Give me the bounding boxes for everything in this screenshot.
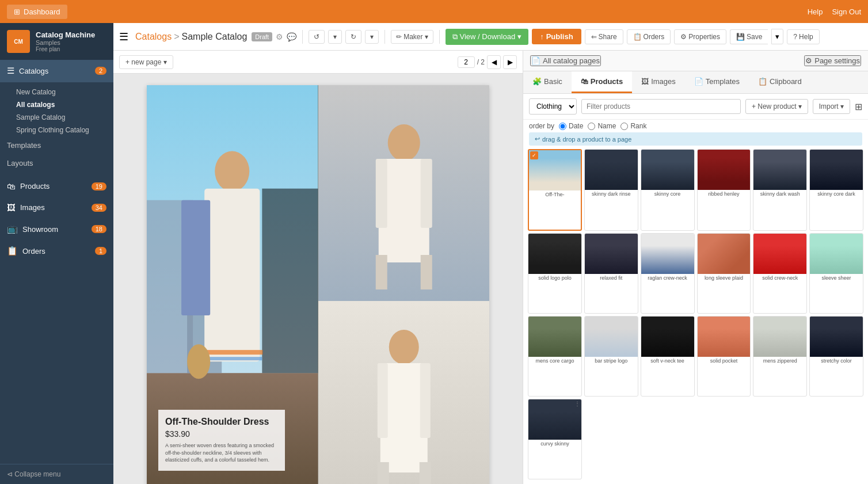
help-link[interactable]: Help xyxy=(808,7,823,16)
collapse-menu[interactable]: ⊲ Collapse menu xyxy=(0,464,113,484)
hamburger-icon[interactable]: ☰ xyxy=(119,31,128,43)
grid-view-button[interactable]: ⊞ xyxy=(855,101,862,112)
new-page-button[interactable]: + new page ▾ xyxy=(119,55,173,69)
sample-catalog-item[interactable]: Sample Catalog xyxy=(0,111,113,124)
import-button[interactable]: Import ▾ xyxy=(813,99,850,114)
page-prev-button[interactable]: ◀ xyxy=(487,55,501,69)
svg-rect-6 xyxy=(204,189,260,362)
product-item-p13[interactable]: mens core cargo xyxy=(528,316,582,397)
breadcrumb-catalogs-link[interactable]: Catalogs xyxy=(135,32,172,42)
sidebar-item-catalogs[interactable]: ☰ Catalogs 2 xyxy=(0,60,113,82)
signout-link[interactable]: Sign Out xyxy=(832,7,861,16)
page-number-input[interactable] xyxy=(458,56,475,68)
product-item-p8[interactable]: relaxed fit xyxy=(584,233,638,314)
product-item-p7[interactable]: solid logo polo xyxy=(528,233,582,314)
product-item-p6[interactable]: skinny core dark xyxy=(809,149,863,231)
chat-icon[interactable]: 💬 xyxy=(287,32,296,41)
all-pages-label: All catalog pages xyxy=(543,56,600,65)
product-thumb-p11 xyxy=(753,234,806,274)
svg-rect-15 xyxy=(420,159,432,228)
publish-button[interactable]: ↑ Publish xyxy=(532,29,581,44)
product-item-p11[interactable]: solid crew-neck xyxy=(753,233,807,314)
product-item-p14[interactable]: bar stripe logo xyxy=(584,316,638,397)
product-item-p4[interactable]: ribbed henley xyxy=(697,149,751,231)
undo-button[interactable]: ↺ xyxy=(309,30,325,44)
product-item-p3[interactable]: skinny core xyxy=(641,149,695,231)
view-download-button[interactable]: ⧉ View / Download ▾ xyxy=(446,29,529,45)
product-item-p2[interactable]: skinny dark rinse xyxy=(584,149,638,231)
page-left-column: Off-The-Shoulder Dress $33.90 A semi-she… xyxy=(147,85,318,484)
main-layout: CM Catalog Machine Samples Free plan ☰ C… xyxy=(0,23,868,484)
redo-button[interactable]: ↻ xyxy=(345,30,361,44)
save-dropdown-button[interactable]: ▾ xyxy=(771,29,783,44)
page-settings-button[interactable]: ⚙ Page settings xyxy=(804,55,861,66)
product-thumb-p10 xyxy=(698,234,751,274)
all-catalog-pages-button[interactable]: 📄 All catalog pages xyxy=(530,55,601,66)
new-catalog-item[interactable]: New Catalog xyxy=(0,86,113,98)
toolbar-sep-3 xyxy=(439,30,440,44)
product-label-p6: skinny core dark xyxy=(810,190,863,198)
tab-images[interactable]: 🖼 Images xyxy=(632,71,685,93)
order-rank-option[interactable]: Rank xyxy=(620,122,646,130)
product-item-p16[interactable]: solid pocket xyxy=(697,316,751,397)
catalogs-icon: ☰ xyxy=(7,66,14,76)
spring-catalog-item[interactable]: Spring Clothing Catalog xyxy=(0,124,113,136)
page-next-button[interactable]: ▶ xyxy=(503,55,517,69)
sidebar-item-products[interactable]: 🛍 Products 19 xyxy=(0,176,113,197)
product-item-p1[interactable]: ✓Off-The- xyxy=(528,149,582,231)
category-select[interactable]: Clothing xyxy=(529,98,577,115)
pages-icon: 📄 xyxy=(531,56,540,65)
order-row: order by Date Name Rank xyxy=(523,120,868,132)
view-download-label: View / Download xyxy=(460,32,516,41)
product-item-p18[interactable]: stretchy color xyxy=(809,316,863,397)
order-name-option[interactable]: Name xyxy=(588,122,616,130)
undo-dropdown[interactable]: ▾ xyxy=(328,30,342,44)
share-button[interactable]: ⇐ Share xyxy=(585,29,623,44)
tab-basic[interactable]: 🧩 Basic xyxy=(523,71,572,93)
tab-templates[interactable]: 📄 Templates xyxy=(685,71,749,93)
order-date-radio[interactable] xyxy=(559,123,566,130)
canvas-toolbar: + new page ▾ / 2 ◀ ▶ xyxy=(113,51,523,74)
order-rank-label: Rank xyxy=(630,122,646,130)
page-settings-label: Page settings xyxy=(814,56,860,65)
orders-toolbar-button[interactable]: 📋 Orders xyxy=(627,29,671,44)
product-item-p17[interactable]: mens zippered xyxy=(753,316,807,397)
product-item-p15[interactable]: soft v-neck tee xyxy=(641,316,695,397)
order-date-option[interactable]: Date xyxy=(559,122,583,130)
product-item-p19[interactable]: ⋮curvy skinny xyxy=(528,399,582,479)
sidebar-templates-link[interactable]: Templates xyxy=(0,136,113,154)
svg-rect-17 xyxy=(420,255,432,289)
redo-dropdown[interactable]: ▾ xyxy=(365,30,379,44)
maker-button[interactable]: ✏ Maker ▾ xyxy=(391,30,433,44)
product-item-p5[interactable]: skinny dark wash xyxy=(753,149,807,231)
dashboard-button[interactable]: ⊞ Dashboard xyxy=(7,5,67,19)
maker-label: Maker xyxy=(403,33,422,41)
sidebar-item-showroom[interactable]: 📺 Showroom 18 xyxy=(0,218,113,240)
all-catalogs-item[interactable]: All catalogs xyxy=(0,98,113,111)
save-button[interactable]: 💾 Save xyxy=(730,29,768,44)
products-icon: 🛍 xyxy=(7,181,16,191)
second-bar: ☰ Catalogs > Sample Catalog Draft ⚙ 💬 ↺ … xyxy=(113,23,868,51)
tab-clipboard[interactable]: 📋 Clipboard xyxy=(749,71,811,93)
settings-icon[interactable]: ⚙ xyxy=(276,32,283,41)
product-thumb-p16 xyxy=(698,317,751,357)
page-total: / 2 xyxy=(477,58,485,66)
product-kebab-icon[interactable]: ⋮ xyxy=(574,401,580,407)
tab-products[interactable]: 🛍 Products xyxy=(572,71,632,93)
sidebar-item-orders[interactable]: 📋 Orders 1 xyxy=(0,240,113,262)
product-label-p12: sleeve sheer xyxy=(810,274,863,282)
properties-button[interactable]: ⚙ Properties xyxy=(674,29,726,44)
orders-icon: 📋 xyxy=(7,246,18,256)
order-rank-radio[interactable] xyxy=(620,123,628,130)
product-item-p10[interactable]: long sleeve plaid xyxy=(697,233,751,314)
drag-hint-text: drag & drop a product to a page xyxy=(542,136,631,143)
product-item-p9[interactable]: raglan crew-neck xyxy=(641,233,695,314)
sidebar-layouts-link[interactable]: Layouts xyxy=(0,154,113,172)
editor-area: + new page ▾ / 2 ◀ ▶ xyxy=(113,51,868,484)
filter-products-input[interactable] xyxy=(581,99,741,114)
product-item-p12[interactable]: sleeve sheer xyxy=(809,233,863,314)
sidebar-item-images[interactable]: 🖼 Images 34 xyxy=(0,197,113,218)
order-name-radio[interactable] xyxy=(588,123,595,130)
help-toolbar-button[interactable]: ? Help xyxy=(787,29,819,44)
new-product-button[interactable]: + New product ▾ xyxy=(745,99,808,114)
